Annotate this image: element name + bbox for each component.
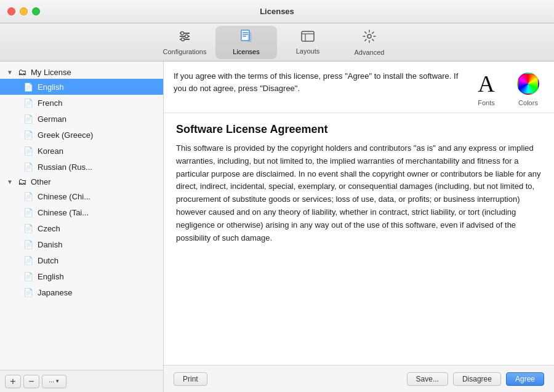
document-icon: 📄 xyxy=(22,145,34,157)
save-button[interactable]: Save... xyxy=(407,372,448,386)
other-label: Other xyxy=(31,177,51,186)
license-description: If you agree with the terms of this lice… xyxy=(174,70,460,94)
agree-button[interactable]: Agree xyxy=(506,372,544,386)
license-title: Software License Agreement xyxy=(176,123,542,136)
svg-point-3 xyxy=(181,31,184,34)
fonts-action: A Fonts xyxy=(470,70,502,106)
document-icon: 📄 xyxy=(22,129,34,141)
document-icon: 📄 xyxy=(22,254,34,266)
layouts-icon xyxy=(300,30,315,45)
sidebar-item-czech[interactable]: 📄 Czech xyxy=(0,220,163,236)
sidebar-item-english-2[interactable]: 📄 English xyxy=(0,268,163,284)
content-header: If you agree with the terms of this lice… xyxy=(164,62,554,113)
sidebar-item-label: Greek (Greece) xyxy=(38,130,93,140)
sidebar-group-my-license[interactable]: ▼ 🗂 My License xyxy=(0,65,163,79)
sidebar-item-label: Chinese (Tai... xyxy=(38,208,89,217)
content-area: If you agree with the terms of this lice… xyxy=(164,62,554,392)
configurations-icon xyxy=(177,30,192,46)
more-button[interactable]: ··· ▼ xyxy=(42,375,66,388)
add-button[interactable]: + xyxy=(5,375,21,388)
sidebar-item-label: Chinese (Chi... xyxy=(38,192,90,201)
window-title: Licenses xyxy=(260,7,294,16)
folder-icon: 🗂 xyxy=(16,67,28,77)
svg-rect-7 xyxy=(243,32,248,33)
sidebar-item-label: Danish xyxy=(38,240,62,249)
sidebar-group-other[interactable]: ▼ 🗂 Other xyxy=(0,175,163,188)
sidebar-item-greek[interactable]: 📄 Greek (Greece) xyxy=(0,127,163,143)
sidebar-tree: ▼ 🗂 My License 📄 English 📄 French 📄 Germ… xyxy=(0,62,163,370)
svg-rect-8 xyxy=(243,34,248,35)
my-license-label: My License xyxy=(31,68,71,77)
licenses-icon xyxy=(239,30,253,46)
svg-point-5 xyxy=(182,38,185,41)
document-icon: 📄 xyxy=(22,270,34,282)
disagree-button[interactable]: Disagree xyxy=(453,372,501,386)
sidebar-item-label: German xyxy=(38,114,66,124)
document-icon: 📄 xyxy=(22,97,34,109)
sidebar-item-russian[interactable]: 📄 Russian (Rus... xyxy=(0,159,163,175)
sidebar-item-french[interactable]: 📄 French xyxy=(0,95,163,111)
colors-button[interactable] xyxy=(512,70,544,97)
remove-button[interactable]: − xyxy=(23,375,39,388)
tab-layouts[interactable]: Layouts xyxy=(277,26,339,59)
document-icon: 📄 xyxy=(22,161,34,173)
content-footer: Print Save... Disagree Agree xyxy=(164,365,554,392)
sidebar: ▼ 🗂 My License 📄 English 📄 French 📄 Germ… xyxy=(0,62,164,392)
chevron-down-icon: ▼ xyxy=(5,67,15,77)
svg-rect-11 xyxy=(302,31,314,41)
license-text-area: Software License Agreement This software… xyxy=(164,113,554,365)
sidebar-item-chinese-tai[interactable]: 📄 Chinese (Tai... xyxy=(0,204,163,220)
maximize-button[interactable] xyxy=(32,7,40,15)
sidebar-item-label: Korean xyxy=(38,146,63,156)
fonts-icon: A xyxy=(478,70,494,97)
more-dots-icon: ··· xyxy=(49,378,54,385)
colors-label: Colors xyxy=(518,99,538,106)
licenses-label: Licenses xyxy=(233,48,259,55)
sidebar-item-dutch[interactable]: 📄 Dutch xyxy=(0,252,163,268)
toolbar: Configurations Licenses Layouts xyxy=(0,23,554,62)
svg-point-14 xyxy=(367,34,371,38)
configurations-label: Configurations xyxy=(163,48,207,55)
sidebar-item-english-1[interactable]: 📄 English xyxy=(0,79,163,95)
sidebar-item-danish[interactable]: 📄 Danish xyxy=(0,236,163,252)
window-controls xyxy=(7,7,40,15)
tab-licenses[interactable]: Licenses xyxy=(215,26,277,59)
sidebar-item-label: French xyxy=(38,98,62,108)
sidebar-item-label: Russian (Rus... xyxy=(38,162,92,172)
document-icon: 📄 xyxy=(22,222,34,234)
license-body: This software is provided by the copyrig… xyxy=(176,142,542,244)
folder-icon: 🗂 xyxy=(16,177,28,186)
fonts-button[interactable]: A xyxy=(470,70,502,97)
tab-configurations[interactable]: Configurations xyxy=(154,26,215,59)
layouts-label: Layouts xyxy=(296,47,320,55)
chevron-down-icon: ▼ xyxy=(55,378,60,384)
svg-rect-9 xyxy=(243,36,246,37)
colors-action: Colors xyxy=(512,70,544,106)
color-wheel-icon xyxy=(517,73,539,95)
sidebar-item-german[interactable]: 📄 German xyxy=(0,111,163,127)
document-icon: 📄 xyxy=(22,113,34,125)
print-button[interactable]: Print xyxy=(174,372,207,386)
svg-point-4 xyxy=(185,34,188,38)
document-icon: 📄 xyxy=(22,81,34,93)
sidebar-item-label: English xyxy=(38,82,64,92)
sidebar-item-label: Dutch xyxy=(38,256,58,265)
minimize-button[interactable] xyxy=(20,7,28,15)
advanced-label: Advanced xyxy=(355,49,385,56)
sidebar-item-label: Czech xyxy=(38,224,60,233)
tab-advanced[interactable]: Advanced xyxy=(339,26,400,59)
close-button[interactable] xyxy=(7,7,15,15)
document-icon: 📄 xyxy=(22,286,34,298)
chevron-down-icon: ▼ xyxy=(5,177,15,186)
sidebar-item-chinese-chi[interactable]: 📄 Chinese (Chi... xyxy=(0,188,163,204)
sidebar-bottom-bar: + − ··· ▼ xyxy=(0,370,163,392)
sidebar-item-korean[interactable]: 📄 Korean xyxy=(0,143,163,159)
document-icon: 📄 xyxy=(22,190,34,202)
document-icon: 📄 xyxy=(22,238,34,250)
fonts-label: Fonts xyxy=(478,99,495,106)
top-actions: A Fonts Colors xyxy=(470,70,544,106)
titlebar: Licenses xyxy=(0,0,554,23)
sidebar-item-japanese[interactable]: 📄 Japanese xyxy=(0,284,163,300)
document-icon: 📄 xyxy=(22,206,34,218)
sidebar-item-label: English xyxy=(38,272,64,281)
